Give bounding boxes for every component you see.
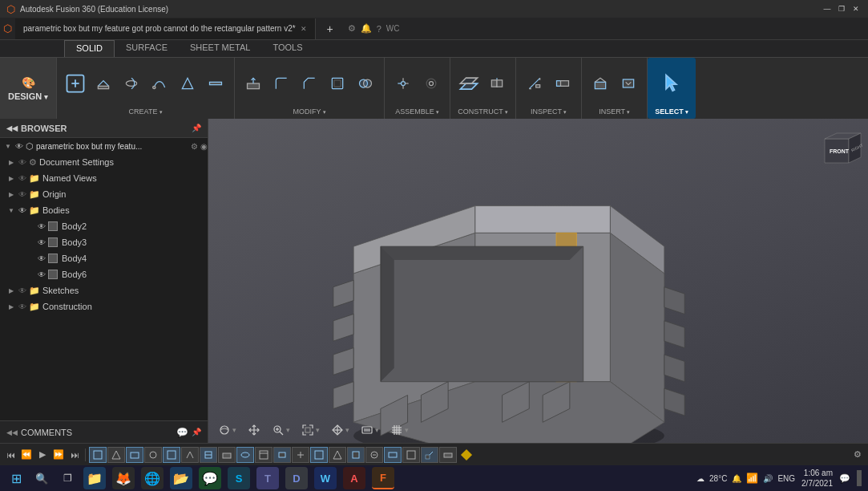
comments-pin-icon[interactable]: 📌 <box>192 428 201 436</box>
as-built-joint-button[interactable] <box>418 69 445 98</box>
browser-pin-icon[interactable]: 📌 <box>192 124 201 132</box>
tl-op-6[interactable] <box>181 447 199 463</box>
new-tab-button[interactable]: + <box>322 21 338 37</box>
zoom-button[interactable]: ▾ <box>268 422 293 438</box>
measure-button[interactable] <box>521 69 548 98</box>
tl-op-12[interactable] <box>292 447 309 463</box>
joint-button[interactable] <box>390 69 417 98</box>
taskbar-app-word[interactable]: W <box>314 467 337 489</box>
start-button[interactable]: ⊞ <box>6 469 26 488</box>
taskbar-app-chrome[interactable]: 🌐 <box>141 467 164 489</box>
task-view-button[interactable]: ❐ <box>58 469 77 488</box>
tab-sheetmetal[interactable]: SHEET METAL <box>179 40 261 57</box>
tab-notifications-icon[interactable]: 🔔 <box>361 23 372 34</box>
tl-op-7[interactable] <box>200 447 217 463</box>
eye-icon[interactable]: 👁 <box>38 222 46 231</box>
revolve-button[interactable] <box>118 69 145 98</box>
orbit-button[interactable]: ▾ <box>215 422 240 438</box>
modify-label[interactable]: MODIFY ▾ <box>240 106 379 116</box>
tl-op-13[interactable] <box>310 447 328 463</box>
tl-op-18[interactable] <box>402 447 420 463</box>
tab-solid[interactable]: SOLID <box>64 40 115 57</box>
tl-op-1[interactable] <box>89 447 107 463</box>
tl-op-2[interactable] <box>107 447 125 463</box>
shell-button[interactable] <box>324 69 351 98</box>
taskbar-app-discord[interactable]: D <box>285 467 308 489</box>
construct-label[interactable]: CONSTRUCT ▾ <box>455 106 511 116</box>
pan-button[interactable] <box>244 422 264 438</box>
eye-icon[interactable]: 👁 <box>38 238 46 247</box>
tab-tools[interactable]: TOOLS <box>261 40 313 57</box>
notification-tray-icon[interactable]: 💬 <box>839 473 850 484</box>
tl-op-15[interactable] <box>347 447 365 463</box>
tl-back-button[interactable]: ⏪ <box>19 448 34 462</box>
tl-op-17[interactable] <box>384 447 402 463</box>
taskbar-app-fusion[interactable]: F <box>372 467 394 489</box>
grid-settings-button[interactable]: ▾ <box>387 422 412 438</box>
taskbar-app-files[interactable]: 📂 <box>170 467 192 489</box>
tab-settings-icon[interactable]: ⚙ <box>348 23 356 34</box>
tl-op-8[interactable] <box>218 447 236 463</box>
wifi-icon[interactable]: 📶 <box>746 473 758 484</box>
insert-label[interactable]: INSERT ▾ <box>587 106 642 116</box>
comments-panel[interactable]: ◀◀ COMMENTS 💬 📌 <box>0 420 208 443</box>
view-style-button[interactable]: ▾ <box>328 422 353 438</box>
tree-item-body6[interactable]: ▶ 👁 Body6 <box>0 266 208 282</box>
tab-surface[interactable]: SURFACE <box>115 40 179 57</box>
eye-icon[interactable]: 👁 <box>18 286 26 295</box>
close-button[interactable]: ✕ <box>850 3 862 14</box>
insert-mesh-button[interactable] <box>587 69 614 98</box>
volume-icon[interactable]: 🔊 <box>763 474 773 483</box>
file-tab[interactable]: parametric box but my feature got prob c… <box>15 18 316 39</box>
assemble-label[interactable]: ASSEMBLE ▾ <box>390 106 445 116</box>
eye-icon[interactable]: 👁 <box>18 190 26 199</box>
tl-forward-button[interactable]: ⏩ <box>51 448 66 462</box>
tl-play-button[interactable]: ▶ <box>35 448 50 462</box>
offset-plane-button[interactable] <box>455 69 482 98</box>
press-pull-button[interactable] <box>240 69 267 98</box>
select-label[interactable]: SELECT ▾ <box>652 106 691 116</box>
timeline-settings-button[interactable]: ⚙ <box>850 448 865 462</box>
loft-button[interactable] <box>174 69 201 98</box>
tree-item-named-views[interactable]: ▶ 👁 📁 Named Views <box>0 170 208 186</box>
show-desktop-icon[interactable] <box>857 470 862 486</box>
extrude-button[interactable] <box>90 69 117 98</box>
eye-icon[interactable]: 👁 <box>18 302 26 311</box>
fillet-button[interactable] <box>268 69 295 98</box>
maximize-button[interactable]: ❐ <box>836 3 847 14</box>
tl-op-16[interactable] <box>365 447 383 463</box>
tl-op-14[interactable] <box>329 447 346 463</box>
viewport[interactable]: FRONT RIGHT ▾ <box>208 119 868 443</box>
eye-icon[interactable]: 👁 <box>18 206 26 215</box>
inspect-label[interactable]: INSPECT ▾ <box>521 106 576 116</box>
tl-op-3[interactable] <box>126 447 143 463</box>
eye-icon[interactable]: 👁 <box>18 158 26 167</box>
tl-op-4[interactable] <box>144 447 162 463</box>
tree-item-construction[interactable]: ▶ 👁 📁 Construction <box>0 298 208 314</box>
language-label[interactable]: ENG <box>777 474 795 483</box>
design-button[interactable]: 🎨 DESIGN ▾ <box>0 58 57 119</box>
tl-beginning-button[interactable]: ⏮ <box>3 448 18 462</box>
tree-item-bodies[interactable]: ▼ 👁 📁 Bodies <box>0 202 208 218</box>
tl-op-11[interactable] <box>273 447 291 463</box>
new-body-button[interactable] <box>62 69 89 98</box>
interference-button[interactable] <box>549 69 576 98</box>
minimize-button[interactable]: — <box>822 3 833 14</box>
taskbar-app-acrobat[interactable]: A <box>343 467 365 489</box>
tl-op-19[interactable] <box>421 447 438 463</box>
tree-item-root[interactable]: ▼ 👁 ⬡ parametric box but my featu... ⚙ ◉ <box>0 138 208 154</box>
combine-button[interactable] <box>352 69 379 98</box>
more-icon[interactable]: ◉ <box>200 142 208 151</box>
tl-op-9[interactable] <box>236 447 254 463</box>
decal-button[interactable] <box>615 69 642 98</box>
create-label[interactable]: CREATE ▾ <box>62 106 229 116</box>
tab-help-icon[interactable]: ? <box>377 24 382 34</box>
taskbar-app-whatsapp[interactable]: 💬 <box>199 467 221 489</box>
midplane-button[interactable] <box>483 69 511 98</box>
notification-icon[interactable]: 🔔 <box>732 474 741 483</box>
tree-item-origin[interactable]: ▶ 👁 📁 Origin <box>0 186 208 202</box>
tl-op-20[interactable] <box>439 447 457 463</box>
tree-item-body3[interactable]: ▶ 👁 Body3 <box>0 234 208 250</box>
nav-cube[interactable]: FRONT RIGHT <box>809 127 860 178</box>
clock[interactable]: 1:06 am 2/7/2021 <box>801 468 833 489</box>
